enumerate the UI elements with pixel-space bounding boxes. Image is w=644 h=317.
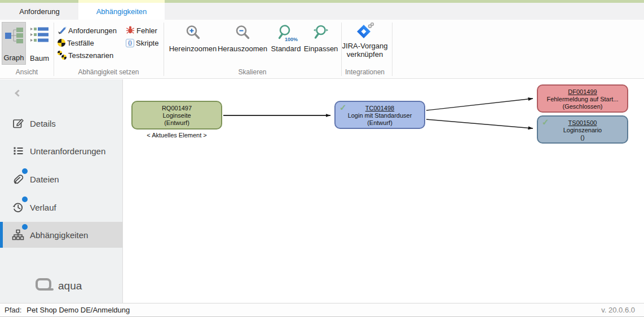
aqua-logo: aqua [35,278,82,294]
zoom-fit-icon [312,24,329,43]
zoom-standard-icon: 100% [277,24,294,43]
node-id-link[interactable]: TC001498 [336,105,424,112]
group-label-dependencies: Abhängigkeit setzen [59,68,158,76]
tab-abhaengigkeiten[interactable]: Abhängigkeiten [78,3,165,20]
sidebar-item-verlauf[interactable]: Verlauf [0,194,123,220]
node-title: Fehlermeldung auf Start... [538,96,627,103]
aqua-logo-icon [35,278,54,294]
link-testcases-button[interactable]: Testfälle [58,37,94,48]
zoom-out-label: Herauszoomen [218,44,267,53]
path-label: Pfad: [5,306,21,314]
version-label: v. 20.0.6.0 [601,306,635,314]
link-defects-label: Fehler [136,26,157,35]
zoom-standard-label: Standard [271,44,301,53]
graph-node-testscenario[interactable]: ✓ TS001500 Loginszenario () [537,115,628,144]
sidebar: Details Unteranforderungen Dateien [0,79,123,303]
link-scripts-button[interactable]: {} Skripte [126,37,158,48]
node-status: () [538,134,627,141]
sidebar-item-details-label: Details [30,119,56,128]
sidebar-item-abhaengigkeiten[interactable]: Abhängigkeiten [0,222,123,248]
sidebar-item-abhaengigkeiten-label: Abhängigkeiten [30,230,88,240]
sidebar-item-verlauf-label: Verlauf [30,203,56,212]
group-label-integrationen: Integrationen [338,68,391,76]
jira-link-label-line1: JIRA-Vorgang [342,42,388,50]
ribbon: Graph Baum Ansicht [0,20,644,79]
node-status: (Entwurf) [133,119,221,127]
tab-bar: Anforderung Abhängigkeiten [0,3,644,20]
sidebar-item-unteranforderungen-label: Unteranforderungen [30,146,105,156]
requirement-pencil-icon [58,25,67,36]
graph-node-testcase[interactable]: ✓ TC001498 Login mit Standarduser (Entwu… [334,101,425,129]
graph-node-defect[interactable]: DF001499 Fehlermeldung auf Start... (Ges… [537,84,628,113]
current-element-annotation: < Aktuelles Element > [131,132,222,139]
group-label-ansicht: Ansicht [6,68,48,76]
notification-dot [22,168,28,174]
sidebar-item-dateien-label: Dateien [30,175,59,184]
jira-link-label-line2: verknüpfen [347,50,383,59]
node-id-link[interactable]: DF001499 [538,88,627,96]
jira-icon [356,23,374,42]
testscenario-icon [58,51,67,60]
jira-link-button[interactable]: JIRA-Vorgang verknüpfen [338,23,391,72]
aqua-logo-text: aqua [58,280,82,292]
zoom-in-label: Hereinzoomen [169,44,217,53]
zoom-in-icon [184,24,201,43]
node-status: (Entwurf) [336,119,424,127]
tree-view-icon [30,26,49,45]
link-defects-button[interactable]: Fehler [126,25,157,36]
link-scripts-label: Skripte [136,39,158,47]
notification-dot [22,197,28,202]
node-title: Login mit Standarduser [336,112,424,119]
dependency-graph-canvas[interactable]: RQ001497 Loginseite (Entwurf) < Aktuelle… [123,79,644,303]
check-icon: ✓ [542,118,549,126]
notification-dot [22,224,28,230]
zoom-out-button[interactable]: Herauszoomen [217,23,268,68]
edit-icon [11,117,25,130]
graph-view-label: Graph [3,53,24,64]
node-id-link[interactable]: TS001500 [538,119,627,127]
list-icon [11,145,25,157]
link-testscenarios-label: Testszenarien [68,51,113,60]
testcase-icon [58,39,65,47]
group-separator [54,23,54,76]
zoom-percentage: 100% [285,37,298,42]
group-separator [164,23,164,76]
sidebar-item-details[interactable]: Details [0,110,123,136]
script-braces-icon: {} [126,39,134,47]
node-id: RQ001497 [133,105,221,112]
sidebar-item-dateien[interactable]: Dateien [0,166,123,192]
zoom-out-icon [234,24,251,43]
group-label-skalieren: Skalieren [220,68,285,76]
history-icon [11,201,25,213]
node-title: Loginseite [133,112,221,119]
bug-icon [126,25,135,36]
sidebar-collapse-button[interactable] [14,90,21,97]
link-testcases-label: Testfälle [67,39,94,47]
zoom-in-button[interactable]: Hereinzoomen [169,23,217,68]
orgchart-icon [11,229,25,241]
sidebar-item-unteranforderungen[interactable]: Unteranforderungen [0,138,123,164]
tab-anforderung[interactable]: Anforderung [3,3,76,20]
chevron-left-icon [15,90,22,97]
status-bar: Pfad: Pet Shop Demo DE/Anmeldung v. 20.0… [0,303,644,316]
zoom-fit-button[interactable]: Einpassen [302,23,339,68]
zoom-standard-button[interactable]: 100% Standard [268,23,303,68]
graph-view-icon [5,27,24,46]
graph-view-button[interactable]: Graph [2,22,26,65]
zoom-fit-label: Einpassen [304,44,338,53]
check-icon: ✓ [339,104,347,111]
node-status: (Geschlossen) [538,103,627,110]
link-testscenarios-button[interactable]: Testszenarien [58,50,113,61]
path-value: Pet Shop Demo DE/Anmeldung [27,306,130,314]
node-title: Loginszenario [538,127,627,134]
tree-view-button[interactable]: Baum [27,22,52,65]
graph-node-requirement[interactable]: RQ001497 Loginseite (Entwurf) [131,101,222,130]
group-separator [392,23,392,76]
paperclip-icon [11,173,25,185]
link-requirements-label: Anforderungen [68,26,117,35]
tree-view-label: Baum [30,54,49,65]
link-requirements-button[interactable]: Anforderungen [58,25,117,36]
